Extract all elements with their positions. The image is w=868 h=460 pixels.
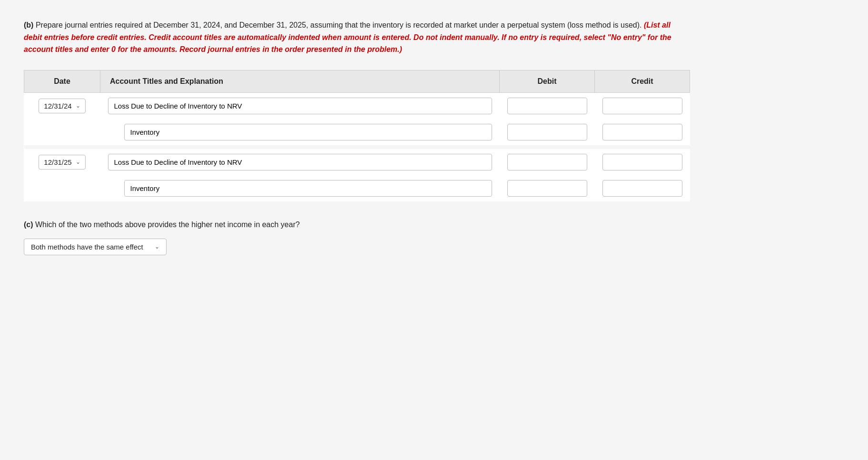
debit-input-1[interactable]: [507, 98, 587, 114]
credit-cell-4: [595, 175, 690, 201]
debit-cell-1: [500, 92, 595, 119]
debit-input-3[interactable]: [507, 154, 587, 170]
section-c: (c) Which of the two methods above provi…: [24, 220, 690, 255]
date-select-wrapper-2[interactable]: 12/31/25 ⌄: [39, 155, 85, 170]
answer-label: Both methods have the same effect: [31, 243, 143, 251]
date-label-1: 12/31/24: [44, 102, 71, 110]
date-cell-4: [24, 175, 100, 201]
credit-cell-2: [595, 119, 690, 147]
date-label-2: 12/31/25: [44, 158, 71, 166]
table-header-row: Date Account Titles and Explanation Debi…: [24, 70, 690, 92]
header-debit: Debit: [500, 70, 595, 92]
account-cell-4: [100, 175, 500, 201]
account-cell-3: [100, 147, 500, 175]
credit-cell-1: [595, 92, 690, 119]
debit-cell-2: [500, 119, 595, 147]
intro-paragraph: (b) Prepare journal entries required at …: [24, 19, 690, 56]
date-cell-1: 12/31/24 ⌄: [24, 92, 100, 119]
debit-cell-3: [500, 147, 595, 175]
credit-input-2[interactable]: [602, 124, 682, 140]
section-c-question: (c) Which of the two methods above provi…: [24, 220, 690, 229]
debit-input-2[interactable]: [507, 124, 587, 140]
date-cell-2: [24, 119, 100, 147]
section-c-question-text: Which of the two methods above provides …: [33, 220, 300, 229]
date-cell-3: 12/31/25 ⌄: [24, 147, 100, 175]
account-cell-2: [100, 119, 500, 147]
debit-input-4[interactable]: [507, 180, 587, 197]
journal-table: Date Account Titles and Explanation Debi…: [24, 70, 690, 201]
label-c: (c): [24, 220, 33, 229]
credit-input-4[interactable]: [602, 180, 682, 197]
date-select-wrapper-1[interactable]: 12/31/24 ⌄: [39, 99, 85, 113]
answer-chevron-icon: ⌄: [155, 243, 159, 250]
label-b: (b): [24, 21, 33, 29]
account-input-4[interactable]: [124, 180, 492, 197]
credit-input-1[interactable]: [602, 98, 682, 114]
header-account: Account Titles and Explanation: [100, 70, 500, 92]
header-credit: Credit: [595, 70, 690, 92]
credit-cell-3: [595, 147, 690, 175]
answer-select-wrapper[interactable]: Both methods have the same effect ⌄: [24, 239, 167, 255]
chevron-icon-1: ⌄: [76, 102, 80, 109]
table-row: [24, 175, 690, 201]
account-input-2[interactable]: [124, 124, 492, 140]
intro-normal-text: Prepare journal entries required at Dece…: [33, 21, 641, 29]
debit-cell-4: [500, 175, 595, 201]
table-row: [24, 119, 690, 147]
credit-input-3[interactable]: [602, 154, 682, 170]
account-cell-1: [100, 92, 500, 119]
chevron-icon-2: ⌄: [76, 159, 80, 165]
table-row: 12/31/25 ⌄: [24, 147, 690, 175]
account-input-3[interactable]: [108, 154, 492, 170]
header-date: Date: [24, 70, 100, 92]
table-row: 12/31/24 ⌄: [24, 92, 690, 119]
account-input-1[interactable]: [108, 98, 492, 114]
